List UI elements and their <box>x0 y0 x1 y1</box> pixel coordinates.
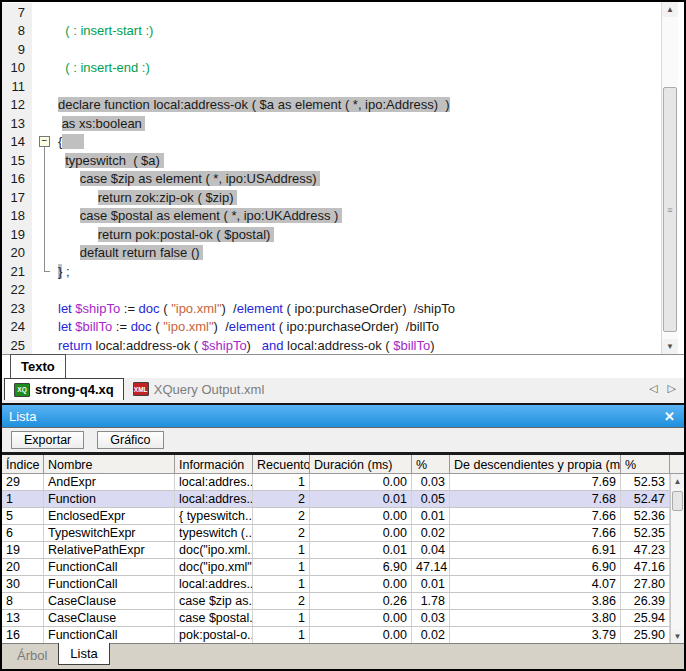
cell: 2 <box>253 508 310 525</box>
code-editor[interactable]: 78 ( : insert-start :)910 ( : insert-end… <box>2 2 684 354</box>
line-number: 23 <box>2 299 32 318</box>
cell: EnclosedExpr <box>44 508 175 525</box>
table-row[interactable]: 8CaseClausecase $zip as...20.261.783.862… <box>2 593 670 610</box>
line-number: 25 <box>2 336 32 354</box>
table-row[interactable]: 30FunctionCalllocal:addres...10.000.014.… <box>2 576 670 593</box>
cell: CaseClause <box>44 610 175 627</box>
table-scrollbar-thumb[interactable] <box>672 491 683 511</box>
column-header-duracion[interactable]: Duración (ms) <box>310 455 412 473</box>
code-line: 10 ( : insert-end :) <box>2 59 661 78</box>
close-icon[interactable]: ✕ <box>664 405 675 427</box>
cell: 1.78 <box>412 593 450 610</box>
table-body: 29AndExprlocal:addres...10.000.037.6952.… <box>2 474 684 643</box>
code-line: 15 typeswitch ( $a) <box>2 151 661 170</box>
table-row[interactable]: 16FunctionCallpok:postal-o...10.000.023.… <box>2 627 670 643</box>
column-header-pct[interactable]: % <box>412 455 450 473</box>
cell: 1 <box>2 491 44 508</box>
cell: 6.90 <box>310 559 412 576</box>
fold-guide-line <box>44 188 45 207</box>
code-line-text: return local:address-ok ( $shipTo) and l… <box>58 338 435 353</box>
code-lines[interactable]: 78 ( : insert-start :)910 ( : insert-end… <box>2 2 661 354</box>
fold-margin <box>32 299 58 318</box>
table-row[interactable]: 5EnclosedExpr{ typeswitch...20.000.017.6… <box>2 508 670 525</box>
scroll-down-icon[interactable]: ▼ <box>671 629 684 643</box>
tab-lista[interactable]: Lista <box>58 643 109 665</box>
cell: doc("ipo.xml") <box>175 559 253 576</box>
cell: local:addres... <box>175 474 253 491</box>
cell: 1 <box>253 576 310 593</box>
code-line-text: let $billTo := doc ( "ipo.xml") /element… <box>58 319 439 334</box>
prev-tab-icon[interactable]: ◁ <box>649 382 657 395</box>
line-number: 20 <box>2 244 32 263</box>
tab-arbol[interactable]: Árbol <box>6 644 58 666</box>
fold-margin <box>32 318 58 337</box>
cell: 2 <box>253 593 310 610</box>
tab-texto[interactable]: Texto <box>10 354 66 378</box>
file-tab-xquery-output[interactable]: XMLXQuery Output.xml <box>124 378 274 400</box>
cell: typeswitch (... <box>175 525 253 542</box>
code-line-text: as xs:boolean <box>58 116 145 131</box>
line-number: 21 <box>2 262 32 281</box>
cell: 7.68 <box>450 491 621 508</box>
column-header-nombre[interactable]: Nombre <box>44 455 175 473</box>
table-row[interactable]: 20FunctionCalldoc("ipo.xml")16.9047.146.… <box>2 559 670 576</box>
column-header-pct2[interactable]: % <box>621 455 670 473</box>
editor-scrollbar-thumb[interactable]: ≡ <box>663 87 677 332</box>
cell: 7.69 <box>450 474 621 491</box>
result-view-tabs: ÁrbolLista <box>2 643 684 669</box>
cell: 0.00 <box>310 610 412 627</box>
code-line: 9 <box>2 40 661 59</box>
cell: 1 <box>253 627 310 643</box>
collapse-toggle-icon[interactable]: − <box>39 136 50 147</box>
table-header: ÍndiceNombreInformaciónRecuentoDuración … <box>2 455 684 474</box>
grafico-button[interactable]: Gráfico <box>97 431 163 449</box>
fold-margin <box>32 22 58 41</box>
profiler-table: ÍndiceNombreInformaciónRecuentoDuración … <box>2 455 684 643</box>
cell: case $zip as... <box>175 593 253 610</box>
fold-margin <box>32 225 58 244</box>
table-rows: 29AndExprlocal:addres...10.000.037.6952.… <box>2 474 670 643</box>
table-row[interactable]: 1Functionlocal:addres...20.010.057.6852.… <box>2 491 670 508</box>
column-header-descendientes[interactable]: De descendientes y propia (ms)▼ <box>450 455 621 473</box>
exportar-button[interactable]: Exportar <box>11 431 84 449</box>
code-line-text: let $shipTo := doc ( "ipo.xml") /element… <box>58 301 455 316</box>
cell: CaseClause <box>44 593 175 610</box>
code-line: 22 <box>2 281 661 300</box>
table-scrollbar[interactable]: ▲ ▼ <box>670 474 684 643</box>
table-row[interactable]: 29AndExprlocal:addres...10.000.037.6952.… <box>2 474 670 491</box>
cell: 2 <box>253 525 310 542</box>
cell: 3.79 <box>450 627 621 643</box>
editor-scrollbar[interactable]: ▲ ≡ ▼ <box>661 2 678 354</box>
file-tab-strong-q4[interactable]: XQstrong-q4.xq <box>4 378 124 400</box>
cell: 47.23 <box>621 542 670 559</box>
code-line: 14−{ <box>2 133 661 152</box>
cell: doc("ipo.xml... <box>175 542 253 559</box>
cell: 4.07 <box>450 576 621 593</box>
xml-file-icon: XML <box>133 382 149 396</box>
table-row[interactable]: 6TypeswitchExprtypeswitch (...20.000.027… <box>2 525 670 542</box>
cell: 20 <box>2 559 44 576</box>
line-number: 19 <box>2 225 32 244</box>
fold-margin <box>32 188 58 207</box>
fold-margin <box>32 3 58 22</box>
column-header-informacion[interactable]: Información <box>175 455 253 473</box>
line-number: 11 <box>2 77 32 96</box>
cell: 1 <box>253 610 310 627</box>
table-row[interactable]: 19RelativePathExprdoc("ipo.xml...10.010.… <box>2 542 670 559</box>
scroll-down-icon[interactable]: ▼ <box>662 339 678 354</box>
next-tab-icon[interactable]: ▷ <box>668 382 676 395</box>
fold-guide-line <box>44 244 45 263</box>
cell: 6.90 <box>450 559 621 576</box>
column-header-recuento[interactable]: Recuento <box>253 455 310 473</box>
line-number: 17 <box>2 188 32 207</box>
cell: 16 <box>2 627 44 643</box>
cell: 47.14 <box>412 559 450 576</box>
cell: 0.00 <box>310 576 412 593</box>
scroll-up-icon[interactable]: ▲ <box>671 474 684 488</box>
line-number: 12 <box>2 96 32 115</box>
scroll-up-icon[interactable]: ▲ <box>662 2 678 17</box>
column-header-indice[interactable]: Índice <box>2 455 44 473</box>
table-row[interactable]: 13CaseClausecase $postal...10.000.033.80… <box>2 610 670 627</box>
code-line: 25return local:address-ok ( $shipTo) and… <box>2 336 661 354</box>
fold-margin <box>32 151 58 170</box>
